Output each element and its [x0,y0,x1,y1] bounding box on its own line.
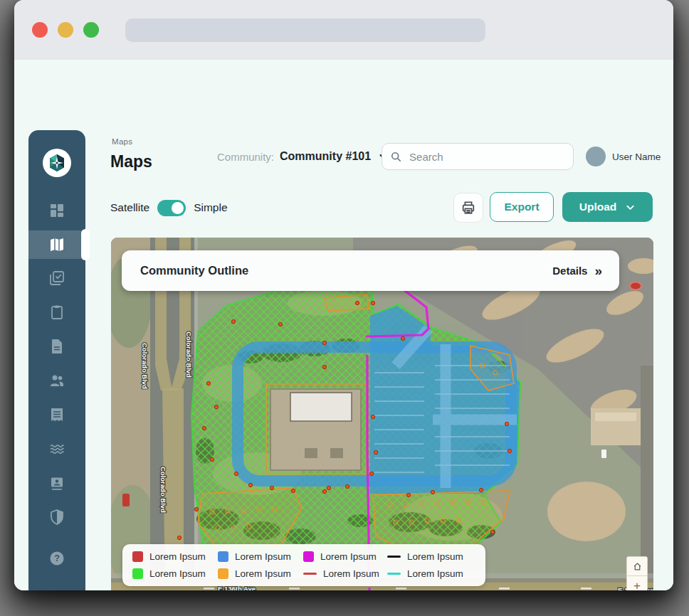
breadcrumb: Maps [112,137,132,146]
sidebar-item-tasks[interactable] [48,270,65,287]
minimize-button[interactable] [58,22,73,38]
details-button[interactable]: Details » [552,263,601,279]
chevron-down-icon [625,202,636,213]
simple-label: Simple [194,201,227,214]
community-selector[interactable]: Community: Community #101 [217,148,389,165]
export-label: Export [504,201,539,213]
sidebar-item-security[interactable] [48,509,65,526]
toggle-knob [172,202,184,214]
sidebar-item-billing[interactable] [48,406,65,423]
search-box [382,143,574,170]
double-chevron-right-icon: » [594,263,601,279]
details-label: Details [552,265,587,277]
legend-swatch [387,573,401,575]
legend-item: Lorem Ipsum [132,551,218,562]
sidebar-item-logout[interactable] [48,590,65,590]
sidebar-item-contacts[interactable] [48,474,65,492]
map-home-button[interactable] [626,556,648,576]
user-name: User Name [612,152,661,162]
legend-item: Lorem Ipsum [218,551,303,562]
legend-item: Lorem Ipsum [303,568,387,579]
search-input[interactable] [408,150,564,164]
sidebar-item-clipboard[interactable] [48,304,65,321]
map-controls: + [626,556,648,590]
sidebar-item-maps[interactable] [48,236,65,253]
sidebar-item-dashboard[interactable] [48,202,65,219]
print-button[interactable] [453,193,483,223]
map-zoom-in-button[interactable]: + [626,576,648,590]
sidebar-item-residents[interactable] [48,372,65,389]
legend-swatch [387,556,401,558]
printer-icon [461,200,476,216]
map-canvas[interactable]: Colorado Blvd Colorado Blvd Colorado Blv… [111,238,653,590]
app-logo-icon [43,149,71,177]
search-icon [391,151,401,163]
legend-item: Lorem Ipsum [218,568,303,579]
sidebar-item-help[interactable]: ? [48,550,65,567]
maximize-button[interactable] [83,22,99,38]
map-legend: Lorem Ipsum Lorem Ipsum Lorem Ipsum Lore… [122,544,485,586]
street-label-colorado-3: Colorado Blvd [159,467,167,513]
satellite-label: Satellite [110,201,149,214]
street-label-colorado-1: Colorado Blvd [141,343,149,389]
legend-item: Lorem Ipsum [387,568,483,579]
legend-swatch [303,573,317,575]
card-title: Community Outline [140,264,248,277]
legend-item: Lorem Ipsum [132,568,218,579]
app-window: ? Maps Maps Community: Community #101 Us… [14,0,673,590]
street-label-colorado-2: Colorado Blvd [185,331,193,378]
legend-swatch [132,551,143,562]
address-bar[interactable] [125,18,485,42]
legend-swatch [132,568,143,579]
avatar[interactable] [586,147,606,166]
sidebar-item-utilities[interactable] [48,440,65,457]
help-glyph: ? [54,553,60,563]
community-label: Community: [217,151,274,163]
close-button[interactable] [32,22,48,38]
window-titlebar [14,0,673,60]
upload-label: Upload [579,201,617,213]
sidebar: ? [28,130,85,590]
legend-item: Lorem Ipsum [303,551,387,562]
map-style-toggle-row: Satellite Simple [110,199,228,216]
export-button[interactable]: Export [490,192,554,222]
app-content: ? Maps Maps Community: Community #101 Us… [14,60,673,590]
legend-swatch [303,551,314,562]
community-outline-card: Community Outline Details » [122,250,619,291]
satellite-simple-toggle[interactable] [157,200,186,216]
page-title: Maps [110,152,152,171]
upload-button[interactable]: Upload [562,192,653,222]
legend-item: Lorem Ipsum [387,551,483,562]
home-icon [633,562,642,571]
sidebar-item-documents[interactable] [48,338,65,355]
legend-swatch [218,568,228,579]
community-value: Community #101 [280,150,371,163]
sidebar-active-pill [81,229,90,260]
legend-swatch [218,551,228,562]
